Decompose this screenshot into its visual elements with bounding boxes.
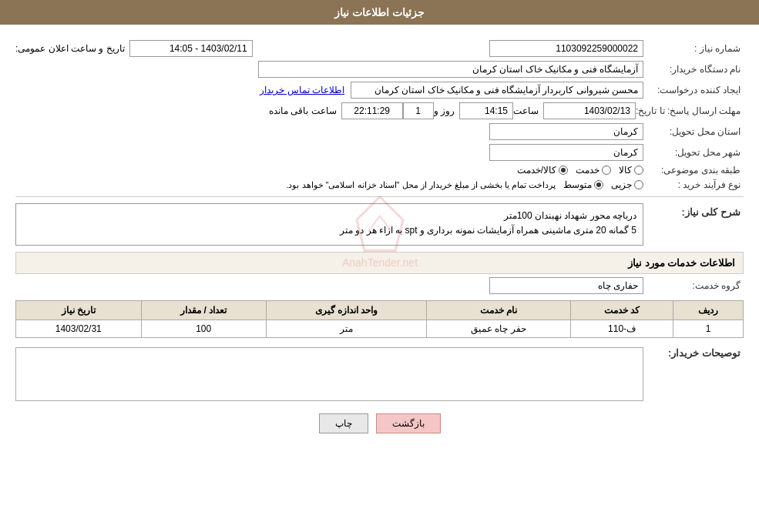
tabaqe-khadamat-radio[interactable] bbox=[602, 166, 611, 175]
cell-tedad: 100 bbox=[141, 320, 266, 338]
mohlat-rooz-label: روز و bbox=[434, 105, 455, 116]
shahr-value: کرمان bbox=[489, 144, 643, 161]
tabaqe-kala-label: کالا bbox=[619, 165, 632, 176]
sharhKoli-line1: درباچه محور شهداد نهبندان 100متر bbox=[22, 209, 636, 223]
namDastgah-value: آزمایشگاه فنی و مکانیک خاک استان کرمان bbox=[258, 61, 643, 78]
tabaqe-kala-khadamat-radio[interactable] bbox=[559, 166, 568, 175]
cell-tarikh: 1403/02/31 bbox=[16, 320, 142, 338]
ostan-value: کرمان bbox=[489, 123, 643, 140]
noeFaraind-jozi-label: جزیی bbox=[611, 179, 632, 190]
grohKhadamat-label: گروه خدمت: bbox=[643, 280, 744, 291]
noeFaraind-text: پرداخت تمام یا بخشی از مبلغ خریدار از مح… bbox=[286, 180, 556, 190]
khadamat-header: اطلاعات خدمات مورد نیاز bbox=[15, 252, 744, 274]
tabaqe-khadamat-label: خدمت bbox=[576, 165, 599, 176]
ostan-label: استان محل تحویل: bbox=[643, 126, 744, 137]
table-row: 1ف-110حفر چاه عمیقمتر1001403/02/31 bbox=[16, 320, 744, 338]
col-radif: ردیف bbox=[673, 301, 744, 320]
grohKhadamat-value: حفاری چاه bbox=[489, 277, 643, 294]
shomareNiaz-label: شماره نیاز : bbox=[643, 43, 744, 54]
tabaqe-kala-khadamat-label: کالا/خدمت bbox=[517, 165, 556, 176]
noeFaraind-jozi[interactable]: جزیی bbox=[611, 179, 643, 190]
noeFaraind-motavasset[interactable]: متوسط bbox=[563, 179, 603, 190]
noeFaraind-motavasset-radio[interactable] bbox=[594, 180, 603, 189]
sharhKoli-box: درباچه محور شهداد نهبندان 100متر 5 گمانه… bbox=[15, 203, 643, 246]
shomareNiaz-value: 1103092259000022 bbox=[489, 40, 643, 57]
divider-1 bbox=[15, 196, 744, 197]
mohlat-remaining: 22:11:29 bbox=[341, 102, 403, 119]
cell-radif: 1 bbox=[673, 320, 744, 338]
tabaqe-khadamat[interactable]: خدمت bbox=[576, 165, 611, 176]
ijaadKonande-label: ایجاد کننده درخواست: bbox=[643, 85, 744, 95]
mohlat-label: مهلت ارسال پاسخ: تا تاریخ: bbox=[636, 105, 744, 116]
cell-kod: ف-110 bbox=[570, 320, 673, 338]
noeFaraind-group: جزیی متوسط bbox=[563, 179, 643, 190]
tabaqe-group: کالا خدمت کالا/خدمت bbox=[517, 165, 643, 176]
col-tedad: تعداد / مقدار bbox=[141, 301, 266, 320]
tosifat-label: توصیحات خریدار: bbox=[643, 344, 744, 359]
noeFaraind-motavasset-label: متوسط bbox=[563, 179, 592, 190]
mohlat-saat: 14:15 bbox=[459, 102, 513, 119]
services-table: ردیف کد خدمت نام خدمت واحد اندازه گیری ت… bbox=[15, 300, 744, 338]
mohlat-rooz: 1 bbox=[403, 102, 434, 119]
mohlat-date: 1403/02/13 bbox=[543, 102, 636, 119]
cell-nam: حفر چاه عمیق bbox=[426, 320, 570, 338]
tabaqe-label: طبقه بندی موضوعی: bbox=[643, 165, 744, 176]
shahr-label: شهر محل تحویل: bbox=[643, 147, 744, 158]
col-tarikh: تاریخ نیاز bbox=[16, 301, 142, 320]
buttons-row: بازگشت چاپ bbox=[15, 413, 744, 433]
ijaadKonande-value: محسن شیروانی کاربردار آزمایشگاه فنی و مک… bbox=[351, 82, 643, 99]
col-vahed: واحد اندازه گیری bbox=[266, 301, 426, 320]
col-nam: نام خدمت bbox=[426, 301, 570, 320]
tabaqe-kala-radio[interactable] bbox=[634, 166, 643, 175]
sharhKoli-line2: 5 گمانه 20 متری ماشینی همراه آزمایشات نم… bbox=[22, 223, 636, 238]
print-button[interactable]: چاپ bbox=[319, 413, 368, 433]
back-button[interactable]: بازگشت bbox=[376, 413, 441, 433]
sharhKoli-label: شرح کلی نیاز: bbox=[643, 203, 744, 218]
mohlat-remaining-label: ساعت باقی مانده bbox=[269, 105, 337, 116]
namDastgah-label: نام دستگاه خریدار: bbox=[643, 64, 744, 75]
tosifat-textarea[interactable] bbox=[15, 347, 643, 401]
cell-vahed: متر bbox=[266, 320, 426, 338]
col-kod: کد خدمت bbox=[570, 301, 673, 320]
noeFaraind-label: نوع فرآیند خرید : bbox=[643, 179, 744, 190]
tarikh-value: 1403/02/11 - 14:05 bbox=[129, 40, 253, 57]
page-header: جزئیات اطلاعات نیاز bbox=[0, 0, 759, 25]
tabaqe-kala-khadamat[interactable]: کالا/خدمت bbox=[517, 165, 568, 176]
tabaqe-kala[interactable]: کالا bbox=[619, 165, 643, 176]
noeFaraind-jozi-radio[interactable] bbox=[634, 180, 643, 189]
tarikh-label: تاریخ و ساعت اعلان عمومی: bbox=[15, 43, 125, 54]
mohlat-saat-label: ساعت bbox=[513, 105, 539, 116]
ijaadKonande-link[interactable]: اطلاعات تماس خریدار bbox=[260, 85, 344, 95]
